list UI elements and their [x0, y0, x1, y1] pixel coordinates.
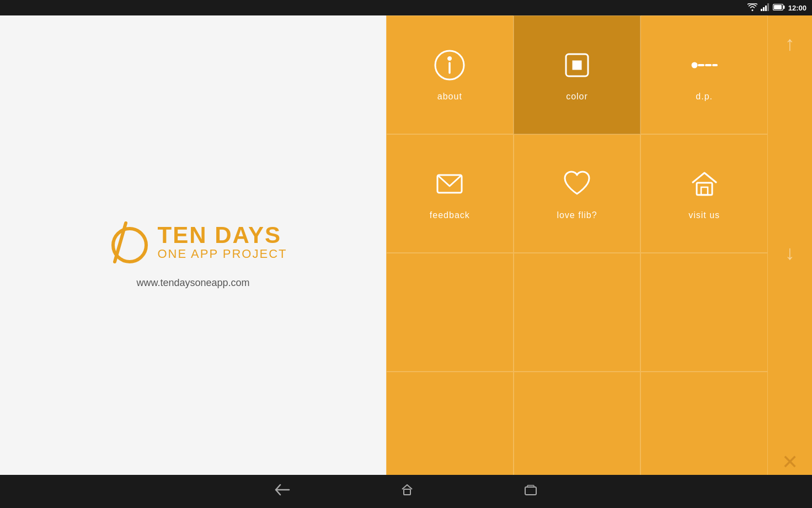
svg-rect-17: [697, 183, 712, 195]
svg-rect-20: [404, 489, 410, 495]
svg-rect-13: [573, 61, 581, 69]
scroll-down-button[interactable]: ↓: [785, 241, 795, 264]
menu-item-feedback[interactable]: feedback: [386, 134, 514, 253]
nav-bar: [0, 475, 812, 508]
svg-rect-1: [763, 7, 765, 11]
brand-url: www.tendaysoneapp.com: [136, 277, 249, 289]
about-label: about: [437, 92, 462, 102]
logo-graphic: TEN DAYS ONE APP PROJECT: [99, 218, 287, 267]
svg-rect-2: [765, 6, 767, 11]
logo-area: TEN DAYS ONE APP PROJECT www.tendaysonea…: [99, 218, 287, 289]
brand-subtitle: ONE APP PROJECT: [158, 247, 287, 261]
logo-icon: [99, 218, 149, 267]
heart-icon: [560, 167, 594, 205]
dp-label: d.p.: [696, 92, 713, 102]
svg-line-8: [115, 223, 126, 262]
recent-button[interactable]: [524, 484, 537, 499]
square-dot-icon: [560, 49, 594, 86]
svg-rect-6: [774, 5, 782, 9]
menu-item-visit-us[interactable]: visit us: [640, 134, 768, 253]
menu-item-dp[interactable]: d.p.: [640, 15, 768, 134]
visit-us-label: visit us: [688, 210, 720, 220]
menu-item-color[interactable]: color: [514, 15, 641, 134]
svg-rect-3: [767, 3, 769, 11]
left-panel: TEN DAYS ONE APP PROJECT www.tendaysonea…: [0, 15, 386, 490]
scroll-up-button[interactable]: ↑: [785, 32, 795, 55]
side-controls: ↑ ↓ ✕: [768, 15, 812, 490]
empty-cell-3: [640, 253, 768, 372]
empty-cell-4: [386, 372, 514, 490]
status-time: 12:00: [788, 4, 806, 12]
svg-point-14: [692, 63, 697, 67]
menu-item-about[interactable]: about: [386, 15, 514, 134]
color-label: color: [566, 92, 588, 102]
signal-icon: [761, 3, 770, 13]
main-area: TEN DAYS ONE APP PROJECT www.tendaysonea…: [0, 15, 812, 490]
feedback-label: feedback: [430, 210, 470, 220]
svg-rect-18: [701, 187, 708, 195]
envelope-icon: [433, 167, 466, 205]
brand-name: TEN DAYS: [158, 224, 287, 247]
empty-cell-6: [640, 372, 768, 490]
info-circle-icon: [433, 49, 466, 86]
svg-rect-5: [783, 6, 785, 9]
menu-item-love-flib[interactable]: love flib?: [514, 134, 641, 253]
battery-icon: [773, 4, 785, 12]
home-button[interactable]: [400, 483, 414, 500]
home-icon: [688, 167, 721, 205]
wifi-icon: [747, 3, 757, 13]
svg-rect-22: [527, 485, 534, 487]
svg-rect-21: [525, 487, 536, 495]
love-flib-label: love flib?: [557, 210, 597, 220]
svg-point-11: [448, 57, 451, 60]
right-panel: about color: [386, 15, 812, 490]
menu-grid: about color: [386, 15, 768, 490]
empty-cell-2: [514, 253, 641, 372]
empty-cell-1: [386, 253, 514, 372]
empty-cell-5: [514, 372, 641, 490]
status-bar: 12:00: [0, 0, 812, 15]
logo-text: TEN DAYS ONE APP PROJECT: [158, 224, 287, 261]
close-button[interactable]: ✕: [782, 451, 798, 474]
dash-line-icon: [688, 49, 721, 86]
svg-rect-0: [761, 9, 762, 11]
back-button[interactable]: [275, 484, 290, 499]
